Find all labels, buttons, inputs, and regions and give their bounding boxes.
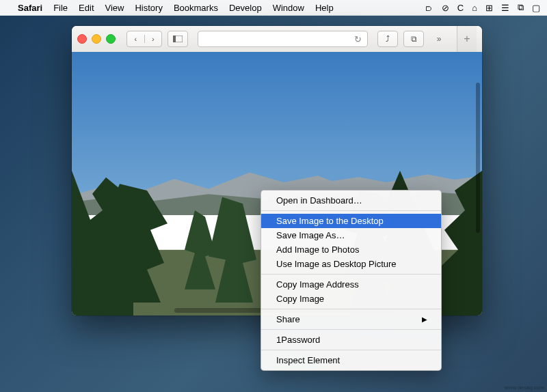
app-menu[interactable]: Safari <box>18 3 42 13</box>
airplay-icon[interactable]: ▢ <box>532 3 540 13</box>
forward-button[interactable]: › <box>145 35 162 43</box>
sidebar-button[interactable] <box>168 31 188 47</box>
wifi-icon[interactable]: ⧉ <box>518 2 524 13</box>
ctx-share[interactable]: Share▶ <box>261 312 441 326</box>
share-button[interactable]: ⤴ <box>377 31 398 47</box>
minimize-button[interactable] <box>92 34 101 44</box>
reload-icon[interactable]: ↻ <box>354 34 362 44</box>
ctx-separator <box>261 350 441 350</box>
ctx-use-as-desktop[interactable]: Use Image as Desktop Picture <box>261 257 441 271</box>
menu-view[interactable]: View <box>105 3 124 13</box>
menu-window[interactable]: Window <box>273 3 304 13</box>
ctx-add-to-photos[interactable]: Add Image to Photos <box>261 242 441 257</box>
menubar-extras: ⫐ ⊘ C ⌂ ⊞ ☰ ⧉ ▢ <box>425 2 540 13</box>
menu-edit[interactable]: Edit <box>79 3 94 13</box>
ctx-copy-image-address[interactable]: Copy Image Address <box>261 277 441 292</box>
ctx-copy-image[interactable]: Copy Image <box>261 292 441 306</box>
watermark: www.desaq.com <box>505 384 544 391</box>
titlebar: ‹ › ↻ ⤴ ⧉ » + <box>72 26 482 53</box>
vertical-scrollbar[interactable] <box>476 83 480 233</box>
grid-icon[interactable]: ⊞ <box>485 3 493 13</box>
menu-develop[interactable]: Develop <box>229 3 262 13</box>
dropbox-icon[interactable]: ⫐ <box>425 3 433 13</box>
refresh-menu-icon[interactable]: C <box>457 3 464 13</box>
ctx-separator <box>261 274 441 275</box>
menu-file[interactable]: File <box>53 3 68 13</box>
noscript-icon[interactable]: ⊘ <box>442 3 449 13</box>
new-tab-button[interactable]: + <box>457 26 477 52</box>
address-bar[interactable]: ↻ <box>198 31 368 47</box>
ctx-save-image-desktop[interactable]: Save Image to the Desktop <box>261 214 441 228</box>
home-icon[interactable]: ⌂ <box>472 3 477 13</box>
menu-history[interactable]: History <box>135 3 162 13</box>
fullscreen-button[interactable] <box>106 34 116 44</box>
close-button[interactable] <box>77 34 87 44</box>
submenu-arrow-icon: ▶ <box>422 316 427 323</box>
ctx-save-image-as[interactable]: Save Image As… <box>261 228 441 242</box>
menu-help[interactable]: Help <box>315 3 334 13</box>
ctx-1password[interactable]: 1Password <box>261 333 441 347</box>
svg-rect-1 <box>173 36 176 42</box>
ctx-open-dashboard[interactable]: Open in Dashboard… <box>261 193 441 208</box>
menu-list-icon[interactable]: ☰ <box>501 3 509 13</box>
menubar: Safari File Edit View History Bookmarks … <box>0 0 547 16</box>
ctx-inspect-element[interactable]: Inspect Element <box>261 353 441 367</box>
tabs-overview-button[interactable]: ⧉ <box>403 31 424 47</box>
ctx-separator <box>261 309 441 309</box>
ctx-separator <box>261 329 441 330</box>
back-forward-buttons[interactable]: ‹ › <box>126 31 162 47</box>
context-menu: Open in Dashboard… Save Image to the Des… <box>261 190 442 371</box>
ctx-separator <box>261 210 441 211</box>
back-button[interactable]: ‹ <box>127 35 145 43</box>
menu-bookmarks[interactable]: Bookmarks <box>174 3 218 13</box>
more-button[interactable]: » <box>429 31 449 46</box>
traffic-lights <box>77 34 116 44</box>
